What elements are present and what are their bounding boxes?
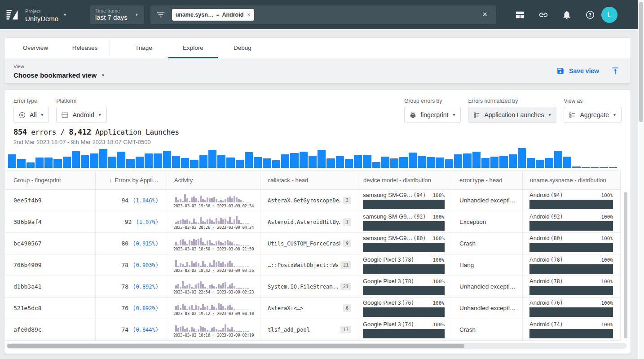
fingerprint-cell[interactable]: 386b9af4	[4, 211, 96, 232]
project-selector[interactable]: Project UnityDemo ▼	[25, 7, 84, 22]
filter-chip[interactable]: uname.sysn… = Android ×	[172, 9, 254, 21]
histogram-bar[interactable]	[463, 153, 471, 168]
histogram-bar[interactable]	[527, 158, 535, 168]
histogram-bar[interactable]	[172, 156, 180, 168]
tab-releases[interactable]: Releases	[60, 38, 110, 58]
histogram-bar[interactable]	[372, 162, 380, 168]
scroll-to-top-icon[interactable]	[611, 66, 620, 75]
column-header-fingerprint[interactable]: Group - fingerprint	[4, 171, 96, 189]
histogram-bar[interactable]	[381, 157, 389, 168]
histogram-bar[interactable]	[499, 156, 507, 168]
histogram-bar[interactable]	[427, 157, 435, 168]
table-row[interactable]: bc490567 80 (0.915%) 2023-03-02 18:50 · …	[4, 233, 621, 254]
histogram-bar[interactable]	[545, 158, 553, 168]
histogram-bar[interactable]	[436, 158, 444, 168]
histogram-bar[interactable]	[326, 158, 335, 168]
table-row[interactable]: 521e5dc8 76 (0.892%) 2023-03-02 19:12 · …	[4, 298, 621, 319]
filter-chip-remove-icon[interactable]: ×	[247, 11, 251, 18]
histogram-bar[interactable]	[472, 152, 481, 168]
column-header-errors[interactable]: ↓ Errors by Appli…	[96, 171, 167, 189]
histogram-bar[interactable]	[254, 157, 262, 168]
fingerprint-cell[interactable]: 521e5dc8	[4, 298, 96, 319]
histogram-bar[interactable]	[163, 151, 171, 168]
histogram-bar[interactable]	[190, 160, 198, 168]
histogram-bar[interactable]	[445, 159, 453, 168]
histogram-bar[interactable]	[409, 153, 417, 168]
histogram-bar[interactable]	[17, 159, 25, 168]
tab-overview[interactable]: Overview	[11, 38, 60, 58]
horizontal-scrollbar-thumb[interactable]	[7, 344, 464, 348]
table-row[interactable]: 0ee5f4b9 94 (1.046%) 2023-03-02 19:36 · …	[4, 190, 621, 211]
histogram-bar[interactable]	[126, 159, 134, 168]
column-header-uname[interactable]: uname.sysname - distribution	[523, 171, 621, 189]
histogram-bar[interactable]	[536, 160, 544, 168]
save-view-button[interactable]: Save view	[556, 67, 599, 75]
histogram-bar[interactable]	[199, 155, 207, 168]
histogram-bar[interactable]	[26, 162, 35, 168]
histogram-bar[interactable]	[554, 151, 562, 168]
histogram-bar[interactable]	[208, 150, 216, 168]
filter-bar[interactable]: uname.sysn… = Android × ×	[150, 5, 496, 24]
link-icon[interactable]	[538, 10, 548, 20]
clear-filters-icon[interactable]: ×	[479, 8, 491, 21]
histogram-bar[interactable]	[481, 158, 490, 168]
histogram-bar[interactable]	[154, 153, 162, 168]
histogram-bar[interactable]	[300, 152, 308, 168]
histogram-bar[interactable]	[145, 153, 153, 168]
tab-triage[interactable]: Triage	[119, 38, 168, 58]
histogram-bar[interactable]	[390, 158, 398, 168]
histogram-bar[interactable]	[90, 153, 98, 168]
histogram-bar[interactable]	[318, 150, 326, 168]
help-icon[interactable]: ?	[585, 10, 595, 20]
histogram-bar[interactable]	[399, 157, 407, 168]
fingerprint-cell[interactable]: 0ee5f4b9	[4, 190, 96, 211]
histogram-bar[interactable]	[108, 157, 116, 168]
fingerprint-cell[interactable]: d1bb3a41	[4, 276, 96, 297]
user-avatar[interactable]: L	[601, 7, 618, 23]
histogram-bar[interactable]	[518, 148, 526, 168]
notifications-bell-icon[interactable]	[562, 10, 572, 20]
histogram-bar[interactable]	[81, 155, 89, 168]
histogram-bar[interactable]	[117, 152, 125, 168]
table-row[interactable]: 386b9af4 92 (1.07%) 2023-03-02 20:26 · 2…	[4, 211, 621, 233]
column-header-callstack[interactable]: callstack - head	[260, 171, 356, 189]
histogram-bar[interactable]	[345, 159, 353, 168]
histogram-bar[interactable]	[490, 157, 498, 168]
histogram-bar[interactable]	[418, 156, 426, 168]
histogram-bar[interactable]	[454, 154, 462, 168]
histogram-bar[interactable]	[181, 158, 189, 168]
histogram-bar[interactable]	[336, 156, 344, 168]
histogram-bar[interactable]	[309, 156, 317, 168]
histogram-bar[interactable]	[245, 152, 253, 168]
column-header-error-type[interactable]: error.type - head	[452, 171, 523, 189]
histogram-bar[interactable]	[236, 160, 244, 168]
backtrace-logo-icon[interactable]	[5, 8, 19, 22]
fingerprint-cell[interactable]: 706b4909	[4, 254, 96, 276]
histogram-bar[interactable]	[8, 154, 16, 168]
histogram-bar[interactable]	[281, 154, 289, 168]
view-as-dropdown[interactable]: Aggregate ▼	[564, 107, 622, 123]
page-scrollbar-thumb[interactable]	[639, 2, 643, 122]
dashboard-layout-icon[interactable]	[515, 10, 525, 20]
histogram-bar[interactable]	[509, 154, 517, 168]
platform-dropdown[interactable]: Android ▼	[56, 107, 106, 123]
error-type-dropdown[interactable]: All ▼	[13, 107, 49, 123]
histogram-bar[interactable]	[563, 157, 571, 168]
normalized-by-dropdown[interactable]: Application Launches ▼	[468, 107, 556, 123]
bookmarked-view-selector[interactable]: Choose bookmarked view ▼	[13, 71, 622, 79]
histogram-bar[interactable]	[226, 158, 234, 168]
histogram-bar[interactable]	[354, 155, 362, 168]
tab-explore[interactable]: Explore	[168, 38, 218, 58]
histogram-bar[interactable]	[217, 155, 225, 168]
histogram-bar[interactable]	[136, 157, 144, 168]
table-row[interactable]: afe0d89c 74 (0.844%) 2023-03-02 18:16 · …	[4, 319, 621, 341]
histogram-bar[interactable]	[609, 167, 617, 168]
table-row[interactable]: d1bb3a41 78 (0.892%) 2023-03-02 22:54 · …	[4, 276, 621, 298]
table-vertical-scrollbar[interactable]	[624, 192, 627, 338]
column-header-activity[interactable]: Activity	[167, 171, 260, 189]
group-by-dropdown[interactable]: fingerprint ▼	[404, 107, 461, 123]
fingerprint-cell[interactable]: bc490567	[4, 233, 96, 254]
histogram-bar[interactable]	[572, 166, 580, 168]
histogram-bar[interactable]	[363, 155, 371, 168]
histogram-bar[interactable]	[99, 149, 107, 168]
